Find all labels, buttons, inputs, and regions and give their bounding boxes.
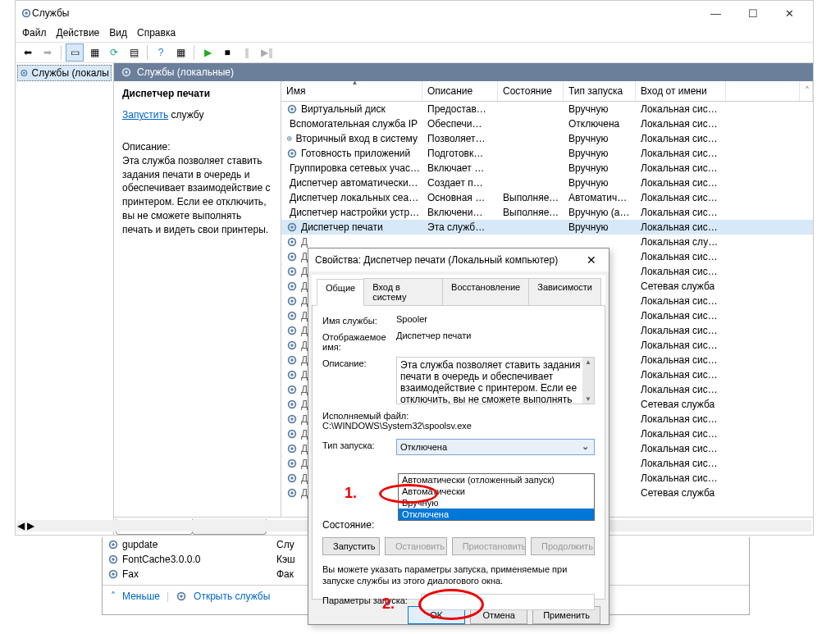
tab-dependencies[interactable]: Зависимости bbox=[528, 278, 601, 305]
list-row[interactable]: Вспомогательная служба IPОбеспечи…Отключ… bbox=[281, 116, 813, 131]
scrollbar[interactable] bbox=[582, 358, 594, 404]
stop-button: Остановить bbox=[385, 537, 447, 555]
tab-logon[interactable]: Вход в систему bbox=[363, 278, 443, 305]
stop-service-button[interactable]: ■ bbox=[218, 43, 236, 62]
svg-point-39 bbox=[290, 344, 294, 347]
properties-dialog: Свойства: Диспетчер печати (Локальный ко… bbox=[308, 248, 609, 625]
display-name-value: Диспетчер печати bbox=[396, 331, 595, 340]
dialog-titlebar: Свойства: Диспетчер печати (Локальный ко… bbox=[308, 249, 609, 271]
svg-point-47 bbox=[290, 403, 294, 406]
close-button[interactable]: ✕ bbox=[771, 2, 808, 25]
list-row[interactable]: Группировка сетевых учас…Включает …Вручн… bbox=[281, 161, 813, 176]
gear-icon bbox=[176, 591, 187, 602]
dropdown-option-selected[interactable]: Отключена bbox=[399, 509, 594, 520]
menu-action[interactable]: Действие bbox=[57, 27, 100, 40]
dialog-tabs: Общие Вход в систему Восстановление Зави… bbox=[312, 275, 605, 306]
svg-point-63 bbox=[112, 558, 115, 561]
list-row[interactable]: Диспетчер настройки устр…Включени…Выполн… bbox=[281, 205, 813, 220]
svg-point-55 bbox=[290, 462, 294, 465]
menu-help[interactable]: Справка bbox=[137, 27, 176, 40]
list-row[interactable]: Виртуальный дискПредостав…ВручнуюЛокальн… bbox=[281, 102, 813, 116]
col-desc[interactable]: Описание bbox=[422, 81, 498, 101]
list-row[interactable]: Готовность приложенийПодготовк…ВручнуюЛо… bbox=[281, 146, 813, 161]
svg-point-51 bbox=[290, 432, 294, 436]
svg-point-57 bbox=[290, 477, 294, 480]
help-button[interactable]: ? bbox=[152, 43, 170, 62]
dropdown-option[interactable]: Автоматически (отложенный запуск) bbox=[399, 474, 594, 486]
refresh-button[interactable]: ⟳ bbox=[105, 43, 123, 62]
properties-button[interactable]: ▦ bbox=[85, 43, 103, 62]
tab-general[interactable]: Общие bbox=[317, 279, 364, 306]
svg-point-27 bbox=[290, 255, 294, 258]
menu-file[interactable]: Файл bbox=[22, 27, 47, 40]
col-start[interactable]: Тип запуска bbox=[564, 81, 636, 101]
svg-point-5 bbox=[125, 71, 128, 74]
dialog-close-button[interactable]: ✕ bbox=[581, 253, 602, 267]
dropdown-option[interactable]: Вручную bbox=[399, 497, 594, 509]
svg-point-13 bbox=[290, 152, 294, 155]
export-button[interactable]: ▤ bbox=[125, 43, 143, 62]
svg-point-33 bbox=[290, 299, 294, 303]
back-button[interactable]: ⬅ bbox=[19, 43, 37, 62]
gear-icon bbox=[121, 66, 132, 78]
desc-label: Описание: bbox=[122, 140, 272, 154]
detail-panel: Диспетчер печати Запустить службу Описан… bbox=[114, 81, 281, 517]
tree-root[interactable]: Службы (локалы bbox=[17, 65, 112, 81]
pause-service-button[interactable]: ‖ bbox=[238, 43, 256, 62]
col-acct[interactable]: Вход от имени bbox=[636, 81, 726, 101]
svg-point-37 bbox=[290, 329, 294, 332]
svg-point-3 bbox=[23, 72, 25, 75]
gear-icon bbox=[20, 67, 29, 79]
minimize-button[interactable]: — bbox=[697, 2, 734, 25]
svg-point-7 bbox=[290, 107, 294, 111]
service-name-value: Spooler bbox=[396, 314, 595, 324]
restart-service-button[interactable]: ▶‖ bbox=[258, 43, 276, 62]
svg-point-59 bbox=[290, 491, 294, 495]
description-box: Эта служба позволяет ставить задания печ… bbox=[396, 357, 595, 404]
svg-point-67 bbox=[180, 595, 183, 598]
menubar: Файл Действие Вид Справка bbox=[16, 25, 813, 42]
tab-recovery[interactable]: Восстановление bbox=[442, 278, 529, 305]
toolbar-button[interactable]: ▦ bbox=[171, 43, 189, 62]
description-label: Описание: bbox=[322, 357, 396, 368]
tree-pane: Службы (локалы ◀ ▶ bbox=[16, 63, 114, 535]
svg-point-65 bbox=[112, 572, 115, 576]
less-link[interactable]: Меньше bbox=[122, 591, 160, 602]
menu-view[interactable]: Вид bbox=[109, 27, 127, 40]
list-header: Имя▲ Описание Состояние Тип запуска Вход… bbox=[281, 81, 813, 102]
svg-point-31 bbox=[290, 285, 294, 288]
forward-button[interactable]: ➡ bbox=[39, 43, 57, 62]
start-service-button[interactable]: ▶ bbox=[199, 43, 217, 62]
startup-dropdown: Автоматически (отложенный запуск) Автома… bbox=[398, 473, 595, 521]
maximize-button[interactable]: ☐ bbox=[734, 2, 771, 25]
svg-point-25 bbox=[290, 240, 294, 244]
show-hide-button[interactable]: ▭ bbox=[66, 43, 84, 62]
svg-point-29 bbox=[290, 270, 294, 273]
toolbar: ⬅ ➡ ▭ ▦ ⟳ ▤ ? ▦ ▶ ■ ‖ ▶‖ bbox=[16, 42, 813, 63]
list-row[interactable]: Диспетчер автоматически…Создает п…Вручну… bbox=[281, 176, 813, 190]
scroll-up-icon[interactable]: ˄ bbox=[800, 81, 813, 101]
svg-point-43 bbox=[290, 373, 294, 376]
list-row[interactable]: Диспетчер печатиЭта служб…ВручнуюЛокальн… bbox=[281, 220, 813, 235]
svg-point-11 bbox=[289, 138, 290, 139]
state-label: Состояние: bbox=[322, 518, 396, 531]
svg-point-53 bbox=[290, 447, 294, 450]
open-services-link[interactable]: Открыть службы bbox=[194, 591, 270, 602]
list-row[interactable]: Вторичный вход в системуПозволяет…Вручну… bbox=[281, 131, 813, 146]
svg-point-35 bbox=[290, 314, 294, 317]
service-title: Диспетчер печати bbox=[122, 88, 272, 99]
col-name[interactable]: Имя▲ bbox=[281, 81, 422, 101]
params-input[interactable] bbox=[421, 594, 595, 610]
start-link[interactable]: Запустить bbox=[122, 109, 168, 121]
window-title: Службы bbox=[32, 7, 697, 19]
tree-scrollbar[interactable]: ◀ ▶ bbox=[17, 520, 114, 531]
service-name-label: Имя службы: bbox=[322, 314, 396, 326]
col-state[interactable]: Состояние bbox=[498, 81, 564, 101]
startup-select[interactable]: Отключена bbox=[396, 439, 595, 455]
svg-point-61 bbox=[112, 543, 115, 546]
dropdown-option[interactable]: Автоматически bbox=[399, 486, 594, 497]
start-button[interactable]: Запустить bbox=[322, 537, 380, 555]
svg-point-45 bbox=[290, 388, 294, 391]
gear-icon bbox=[21, 7, 32, 19]
list-row[interactable]: Диспетчер локальных сеа…Основная …Выполн… bbox=[281, 190, 813, 205]
